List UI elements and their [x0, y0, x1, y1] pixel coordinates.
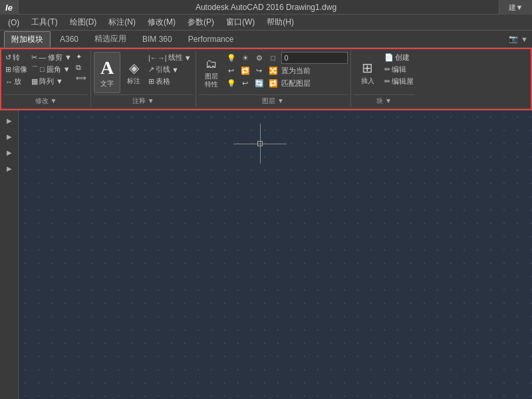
tab-addins[interactable]: 附加模块	[4, 31, 51, 47]
layer-icon-r2-3[interactable]: ↪	[253, 65, 265, 76]
tab-bar: 附加模块 A360 精选应用 BIM 360 Performance 📷 ▼	[0, 31, 532, 48]
crosshair-box	[257, 141, 263, 146]
menu-tools[interactable]: 工具(T)	[26, 15, 63, 29]
menu-param[interactable]: 参数(P)	[182, 15, 219, 29]
left-btn-4[interactable]: ▶	[2, 161, 17, 176]
layer-icon-r3-4[interactable]: 🔁	[267, 77, 279, 89]
layer-bulb-icon[interactable]: 💡	[225, 52, 237, 64]
layer-gear-icon[interactable]: ⚙	[253, 52, 265, 64]
block-content: ⊞ 插入 📄 创建 ✏ 编辑 ✏	[354, 52, 415, 93]
layer-row3: 💡 ↩ 🔄 🔁 匹配图层	[225, 77, 348, 89]
layer-icon-r2-1[interactable]: ↩	[225, 65, 237, 76]
menu-dim[interactable]: 标注(N)	[103, 15, 141, 29]
btn-create[interactable]: 📄 创建	[383, 52, 415, 63]
tab-bim360[interactable]: BIM 360	[136, 33, 179, 46]
layer-icon-r3-3[interactable]: 🔄	[253, 77, 265, 89]
layer-controls: 💡 ☀ ⚙ □ 0 ↩ 🔁 ↪	[225, 52, 348, 89]
menu-modify[interactable]: 修改(M)	[142, 15, 181, 29]
layer-sun-icon[interactable]: ☀	[239, 52, 251, 64]
match-layer-label[interactable]: 匹配图层	[281, 78, 311, 88]
left-btn-3[interactable]: ▶	[2, 145, 17, 160]
layer-square-icon[interactable]: □	[267, 52, 279, 64]
annotate-col3: |←→| 线性 ▼ ↗ 引线 ▼ ⊞ 表格	[147, 52, 193, 87]
tab-a360[interactable]: A360	[53, 33, 85, 46]
menu-help[interactable]: 帮助(H)	[261, 15, 299, 29]
trim-icon: ✂	[31, 53, 37, 62]
rotate-label: 转	[13, 53, 20, 63]
move-icon: ✦	[76, 53, 82, 61]
btn-layer-props[interactable]: 🗂 图层 特性	[199, 52, 224, 93]
left-btn-2[interactable]: ▶	[2, 129, 17, 144]
modify-col3: ✦ ⧉ ⟺	[74, 52, 88, 83]
app-icon: Ie	[0, 0, 19, 15]
btn-dim[interactable]: ◈ 标注	[122, 52, 146, 93]
rotate-icon: ↺	[5, 53, 11, 62]
menu-o[interactable]: (O)	[3, 17, 25, 29]
layer-icon-r2-4[interactable]: 🔀	[267, 65, 279, 76]
title-bar-right[interactable]: 建▼	[499, 0, 532, 15]
btn-move[interactable]: ✦	[74, 52, 88, 62]
scale-label: 缩像	[13, 65, 27, 74]
copy-icon: ⧉	[76, 63, 81, 72]
block-footer[interactable]: 块 ▼	[354, 94, 415, 106]
camera-dropdown[interactable]: ▼	[521, 35, 528, 43]
btn-leader[interactable]: ↗ 引线 ▼	[147, 64, 193, 75]
btn-edit-rooms[interactable]: ✏ 编辑屋	[383, 76, 415, 87]
edit-rooms-label: 编辑屋	[392, 76, 414, 86]
stretch-icon: ↔	[5, 78, 13, 86]
table-icon: ⊞	[148, 77, 154, 86]
text-label: 文字	[100, 80, 114, 88]
btn-rotate[interactable]: ↺ 转	[4, 52, 29, 63]
text-icon: A	[100, 57, 114, 78]
array-icon: ▦	[31, 77, 38, 86]
app-icon-label: Ie	[5, 3, 13, 13]
section-block: ⊞ 插入 📄 创建 ✏ 编辑 ✏	[351, 51, 418, 107]
btn-fillet[interactable]: ⌒ □ 圆角 ▼	[30, 64, 73, 75]
leader-dropdown[interactable]: ▼	[172, 66, 179, 74]
btn-mirror[interactable]: ⟺	[74, 73, 88, 83]
layers-label: 图层 ▼	[262, 96, 284, 106]
menu-draw[interactable]: 绘图(D)	[65, 15, 102, 29]
btn-insert[interactable]: ⊞ 插入	[354, 52, 382, 93]
linear-dropdown[interactable]: ▼	[184, 54, 192, 62]
layers-content: 🗂 图层 特性 💡 ☀ ⚙ □ 0	[199, 52, 348, 93]
layers-footer[interactable]: 图层 ▼	[199, 94, 348, 106]
btn-scale[interactable]: ⊞ 缩像	[4, 64, 29, 75]
drawing-area[interactable]	[19, 110, 532, 399]
btn-linear[interactable]: |←→| 线性 ▼	[147, 52, 193, 63]
btn-copy[interactable]: ⧉	[74, 63, 88, 72]
layer-icon-r3-1[interactable]: 💡	[225, 77, 237, 89]
tab-performance[interactable]: Performance	[182, 33, 241, 46]
table-label: 表格	[156, 76, 170, 86]
btn-edit[interactable]: ✏ 编辑	[383, 64, 415, 75]
camera-tab[interactable]: 📷 ▼	[509, 35, 528, 43]
title-text: Autodesk AutoCAD 2016 Drawing1.dwg	[196, 3, 336, 12]
set-current-label[interactable]: 置为当前	[281, 66, 311, 76]
btn-table[interactable]: ⊞ 表格	[147, 76, 193, 87]
modify-label: 修改 ▼	[35, 96, 57, 106]
left-btn-1[interactable]: ▶	[2, 113, 17, 128]
modify-footer[interactable]: 修改 ▼	[4, 94, 88, 106]
btn-trim[interactable]: ✂ — 修剪 ▼	[30, 52, 73, 63]
menu-window[interactable]: 窗口(W)	[221, 15, 260, 29]
edit-icon: ✏	[384, 65, 390, 74]
btn-text[interactable]: A 文字	[94, 52, 120, 93]
layer-dropdown[interactable]: 0	[281, 52, 348, 64]
modify-content: ↺ 转 ⊞ 缩像 ↔ 放	[4, 52, 88, 93]
layer-props-label: 图层 特性	[205, 72, 218, 88]
layer-icon-r3-2[interactable]: ↩	[239, 77, 251, 89]
btn-array[interactable]: ▦ 阵列 ▼	[30, 76, 73, 87]
insert-label: 插入	[361, 77, 374, 85]
tab-featured[interactable]: 精选应用	[88, 31, 133, 47]
layer-row1: 💡 ☀ ⚙ □ 0	[225, 52, 348, 64]
btn-stretch[interactable]: ↔ 放	[4, 76, 29, 87]
main-area: ▶ ▶ ▶ ▶	[0, 110, 532, 399]
annotate-label: 注释 ▼	[132, 96, 154, 106]
dim-icon: ◈	[129, 60, 139, 76]
layer-icon-r2-2[interactable]: 🔁	[239, 65, 251, 76]
title-right-label: 建▼	[509, 3, 523, 13]
edit-label: 编辑	[392, 65, 406, 74]
annotate-content: A 文字 ◈ 标注 |←→| 线性 ▼	[94, 52, 193, 93]
annotate-footer[interactable]: 注释 ▼	[94, 94, 193, 106]
menu-bar: (O) 工具(T) 绘图(D) 标注(N) 修改(M) 参数(P) 窗口(W) …	[0, 15, 532, 31]
